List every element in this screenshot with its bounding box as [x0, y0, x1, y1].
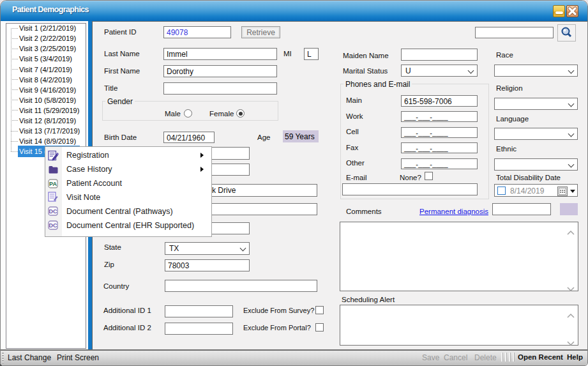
svg-text:DC: DC — [49, 222, 57, 229]
svg-text:DC: DC — [49, 208, 57, 215]
svg-text:PA: PA — [49, 181, 57, 187]
